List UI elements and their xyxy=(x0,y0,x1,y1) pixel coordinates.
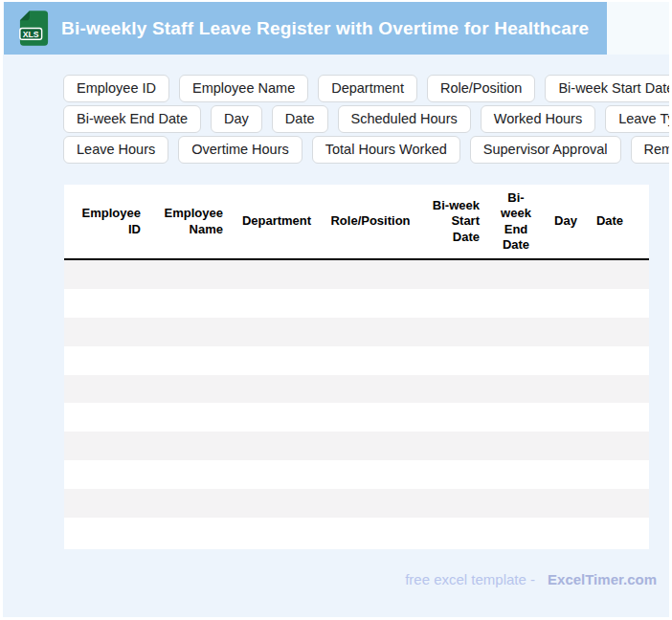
table-cell xyxy=(148,318,231,346)
table-cell xyxy=(64,259,148,289)
field-chip-list: Employee IDEmployee NameDepartmentRole/P… xyxy=(63,75,669,164)
table-cell xyxy=(633,460,649,489)
table-cell xyxy=(148,432,231,460)
table-row xyxy=(64,489,649,518)
table-cell xyxy=(487,489,545,518)
field-chip[interactable]: Bi-week End Date xyxy=(63,105,201,133)
table-cell xyxy=(64,489,148,518)
field-chip[interactable]: Bi-week Start Date xyxy=(545,75,669,102)
field-chip[interactable]: Overtime Hours xyxy=(178,136,302,164)
page-background: XLS Bi-weekly Staff Leave Register with … xyxy=(3,2,669,617)
xls-icon-label: XLS xyxy=(23,30,39,39)
table-cell xyxy=(323,432,418,460)
field-chip[interactable]: Total Hours Worked xyxy=(312,136,460,164)
field-chip[interactable]: Supervisor Approval xyxy=(470,136,621,164)
table-cell xyxy=(487,403,545,432)
table-cell xyxy=(587,259,633,289)
table-cell xyxy=(148,259,231,289)
table-row xyxy=(64,318,649,346)
table-body xyxy=(64,259,649,546)
table-cell xyxy=(64,518,148,546)
table-cell xyxy=(487,375,545,404)
table-cell xyxy=(487,432,545,460)
table-cell xyxy=(587,403,633,432)
table-cell xyxy=(545,375,587,404)
table-cell xyxy=(487,346,545,375)
table-cell xyxy=(64,460,148,489)
field-chip[interactable]: Department xyxy=(318,75,417,102)
table-cell xyxy=(418,403,487,432)
page-title: Bi-weekly Staff Leave Register with Over… xyxy=(61,18,589,39)
table-cell xyxy=(487,460,545,489)
table-header-row: Employee IDEmployee NameDepartmentRole/P… xyxy=(64,185,649,259)
table-cell xyxy=(587,375,633,404)
table-cell xyxy=(323,403,418,432)
register-table: Employee IDEmployee NameDepartmentRole/P… xyxy=(64,185,649,546)
table-cell xyxy=(323,289,418,318)
table-cell xyxy=(633,289,649,318)
table-cell xyxy=(64,289,148,318)
field-chip[interactable]: Employee Name xyxy=(179,75,308,102)
table-cell xyxy=(148,489,231,518)
table-cell xyxy=(231,375,323,404)
table-cell xyxy=(633,259,649,289)
table-cell xyxy=(487,259,545,289)
column-header: Date xyxy=(587,185,633,259)
chip-row: Bi-week End DateDayDateScheduled HoursWo… xyxy=(63,105,669,133)
table-cell xyxy=(633,375,649,404)
table-cell xyxy=(231,346,323,375)
table-cell xyxy=(587,432,633,460)
table-cell xyxy=(323,259,418,289)
table-cell xyxy=(545,489,587,518)
table-cell xyxy=(418,375,487,404)
table-cell xyxy=(64,318,148,346)
column-header: Day xyxy=(545,185,587,259)
footer-text: free excel template - xyxy=(405,571,535,587)
table-cell xyxy=(633,518,649,546)
field-chip[interactable]: Remarks xyxy=(631,136,669,164)
table-cell xyxy=(64,403,148,432)
table-cell xyxy=(545,289,587,318)
table-cell xyxy=(418,318,487,346)
table-cell xyxy=(231,259,323,289)
table-cell xyxy=(545,518,587,546)
field-chip[interactable]: Scheduled Hours xyxy=(338,105,471,133)
table-cell xyxy=(487,289,545,318)
table-cell xyxy=(323,489,418,518)
table-cell xyxy=(64,375,148,404)
table-cell xyxy=(231,318,323,346)
chip-row: Leave HoursOvertime HoursTotal Hours Wor… xyxy=(63,136,669,164)
table-cell xyxy=(148,289,231,318)
table-cell xyxy=(418,460,487,489)
field-chip[interactable]: Employee ID xyxy=(63,75,169,102)
table-row xyxy=(64,403,649,432)
table-cell xyxy=(418,346,487,375)
field-chip[interactable]: Leave Type xyxy=(605,105,669,133)
field-chip[interactable]: Leave Hours xyxy=(63,136,168,164)
table-cell xyxy=(633,318,649,346)
table-cell xyxy=(418,432,487,460)
table-cell xyxy=(64,432,148,460)
field-chip[interactable]: Day xyxy=(211,105,262,133)
table-cell xyxy=(323,346,418,375)
table-cell xyxy=(148,403,231,432)
table-cell xyxy=(487,518,545,546)
footer: free excel template - ExcelTimer.com xyxy=(405,571,657,587)
table-cell xyxy=(323,518,418,546)
table-cell xyxy=(231,432,323,460)
footer-brand-link[interactable]: ExcelTimer.com xyxy=(548,571,657,587)
table-cell xyxy=(633,489,649,518)
field-chip[interactable]: Worked Hours xyxy=(481,105,595,133)
table-cell xyxy=(323,460,418,489)
column-header: Bi-week End Date xyxy=(487,185,545,259)
field-chip[interactable]: Role/Position xyxy=(427,75,535,102)
table-cell xyxy=(587,318,633,346)
title-bar: XLS Bi-weekly Staff Leave Register with … xyxy=(4,2,607,55)
field-chip[interactable]: Date xyxy=(272,105,328,133)
table-cell xyxy=(231,403,323,432)
table-cell xyxy=(545,346,587,375)
table-cell xyxy=(418,259,487,289)
table-cell xyxy=(545,403,587,432)
table-row xyxy=(64,289,649,318)
table-cell xyxy=(545,318,587,346)
